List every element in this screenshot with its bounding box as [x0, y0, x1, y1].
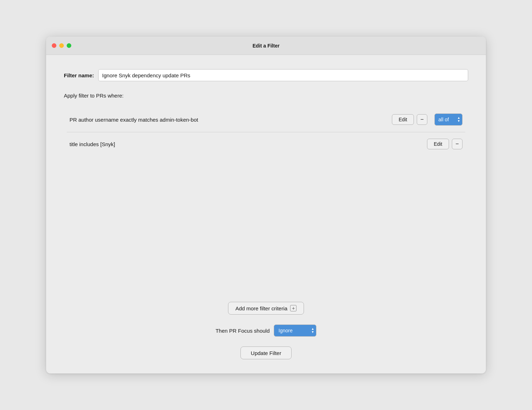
then-label: Then PR Focus should: [216, 328, 270, 334]
all-of-select-wrapper: all of any of ▲ ▼: [434, 113, 462, 126]
remove-button-1[interactable]: −: [417, 114, 427, 125]
minimize-button[interactable]: [59, 43, 64, 48]
criteria-actions-2: Edit −: [427, 139, 462, 149]
titlebar: Edit a Filter: [46, 37, 486, 55]
remove-button-2[interactable]: −: [452, 139, 462, 149]
criteria-actions-1: Edit −: [392, 114, 427, 125]
add-criteria-label: Add more filter criteria: [235, 305, 288, 311]
traffic-lights: [52, 43, 71, 48]
content-area: Filter name: Apply filter to PRs where: …: [46, 55, 486, 373]
filter-name-label: Filter name:: [64, 72, 94, 78]
criteria-text-1: PR author username exactly matches admin…: [70, 117, 392, 123]
edit-button-2[interactable]: Edit: [427, 139, 449, 149]
bottom-section: Add more filter criteria + Then PR Focus…: [64, 295, 468, 359]
criteria-row-2: title includes [Snyk] Edit −: [67, 132, 465, 156]
main-window: Edit a Filter Filter name: Apply filter …: [46, 37, 486, 373]
ignore-select-wrapper: Ignore Review Skip ▲ ▼: [274, 325, 316, 337]
then-row: Then PR Focus should Ignore Review Skip …: [216, 325, 317, 337]
criteria-text-2: title includes [Snyk]: [70, 141, 427, 147]
minus-icon-1: −: [420, 116, 423, 123]
criteria-section: PR author username exactly matches admin…: [64, 107, 468, 156]
update-filter-button[interactable]: Update Filter: [240, 347, 292, 359]
all-of-select[interactable]: all of any of: [434, 113, 462, 126]
plus-icon: +: [290, 305, 297, 311]
apply-filter-label: Apply filter to PRs where:: [64, 93, 468, 99]
maximize-button[interactable]: [67, 43, 71, 48]
minus-icon-2: −: [455, 141, 459, 147]
close-button[interactable]: [52, 43, 56, 48]
window-title: Edit a Filter: [253, 43, 279, 49]
criteria-row-1: PR author username exactly matches admin…: [67, 107, 465, 132]
filter-name-input[interactable]: [98, 69, 468, 81]
filter-name-row: Filter name:: [64, 69, 468, 81]
add-criteria-button[interactable]: Add more filter criteria +: [228, 302, 304, 315]
pr-action-select[interactable]: Ignore Review Skip: [274, 325, 316, 337]
edit-button-1[interactable]: Edit: [392, 114, 414, 125]
